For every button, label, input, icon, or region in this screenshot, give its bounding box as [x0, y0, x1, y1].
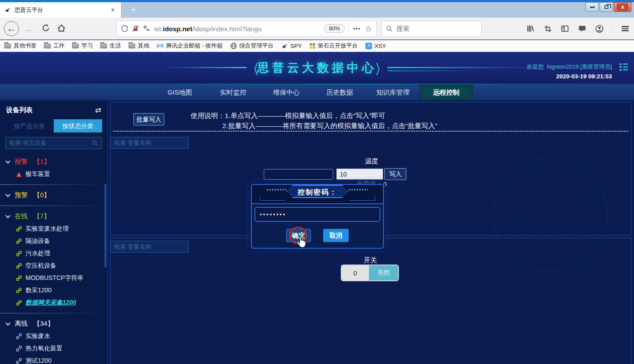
switch-toggle[interactable]: 0 关闭 [342, 265, 398, 280]
broken-link-icon [16, 346, 22, 352]
sidebar-toggle-icon[interactable] [560, 24, 569, 33]
bookmark-item[interactable]: SPY综合管理平台 [230, 42, 274, 50]
bookmark-folder[interactable]: 其他 [129, 42, 149, 50]
switch-state-button[interactable]: 关闭 [369, 265, 398, 280]
title-chevron-right-icon: 〈 [375, 60, 387, 79]
variable-search-input[interactable]: 检索 变量名称 [110, 137, 189, 149]
swap-icon[interactable]: ⇄ [95, 106, 101, 115]
link-icon [16, 287, 22, 294]
tree-item[interactable]: 热力氧化装置 [0, 342, 107, 355]
screenshot-icon[interactable] [543, 24, 552, 33]
library-icon[interactable] [526, 24, 535, 33]
temperature-value-input[interactable] [336, 169, 383, 180]
tracking-shield-icon[interactable] [121, 25, 128, 32]
temperature-label: 温度 [336, 157, 407, 165]
welcome-text: 欢迎您 hignton2019 [系统管理员] [527, 63, 612, 71]
account-icon[interactable] [595, 24, 604, 33]
variable-search-placeholder: 检索 变量名称 [114, 139, 151, 147]
tree-item[interactable]: MODBUSTCP字符串 [0, 272, 107, 284]
batch-write-button[interactable]: 批量写入 [133, 113, 164, 125]
tree-item-selected[interactable]: 数据网关采集1200 [0, 297, 107, 309]
new-tab-button[interactable]: + [127, 4, 140, 16]
sidebar-scrollbar[interactable] [104, 184, 107, 268]
switch-write-panel: 检索 变量名称 开关 0 关闭 [110, 238, 631, 364]
folder-icon [4, 44, 11, 48]
tree-item[interactable]: 空压机设备 [0, 260, 107, 272]
tree-item[interactable]: 测试1200 [0, 355, 107, 364]
home-button[interactable] [57, 24, 66, 33]
url-bar[interactable]: iot.idosp.net/idosp/index.html?langu 80%… [116, 21, 377, 37]
tab-gis-map[interactable]: GIS地图 [153, 85, 206, 100]
tree-group-offline[interactable]: 离线【34】 [0, 317, 107, 330]
tab-close-icon[interactable]: × [109, 7, 117, 14]
cancel-button[interactable]: 取消 [323, 229, 349, 242]
tree-item[interactable]: 隔油设备 [0, 235, 107, 247]
tab-history-data[interactable]: 历史数据 [313, 85, 366, 100]
restore-button[interactable] [600, 2, 613, 12]
tab-maintenance-center[interactable]: 维保中心 [260, 85, 313, 100]
plane-icon [281, 43, 288, 49]
bookmark-folder[interactable]: 工作 [44, 42, 65, 50]
back-button[interactable]: ← [4, 21, 19, 36]
tab-realtime-monitor[interactable]: 实时监控 [206, 85, 260, 100]
search-bar[interactable]: 搜索 [381, 21, 482, 37]
device-sidebar: 设备列表 ⇄ 按产品分类 按状态分类 检索 状态设备 报警【1】 猴车装置 [0, 100, 108, 364]
control-password-dialog: 控制密码： 确定 取消 [251, 184, 384, 249]
permissions-icon[interactable] [143, 25, 150, 32]
sidebar-tab-by-status[interactable]: 按状态分类 [54, 119, 102, 132]
variable-search-input[interactable]: 检索 变量名称 [110, 241, 189, 253]
tree-item[interactable]: 猴车装置 [0, 168, 107, 180]
device-search-input[interactable]: 检索 状态设备 [5, 137, 102, 149]
tree-item[interactable]: 污水处理 [0, 247, 107, 260]
bookmark-item[interactable]: SPY [281, 43, 302, 49]
variable-name-field[interactable] [264, 169, 333, 180]
bookmark-folder[interactable]: 其他书签 [4, 42, 37, 50]
tree-group-warning[interactable]: 预警【0】 [0, 189, 107, 202]
insecure-lock-icon[interactable] [132, 25, 139, 32]
write-button[interactable]: 写入 [384, 168, 406, 180]
dialog-title: 控制密码： [287, 185, 348, 198]
divider [0, 313, 101, 313]
password-input[interactable] [254, 207, 380, 222]
decorative-ticks [267, 189, 286, 191]
sidebar-title: 设备列表 [6, 106, 33, 114]
messages-icon[interactable] [578, 24, 586, 33]
instructions-line1: 使用说明：1.单点写入————模拟量输入值后，点击“写入”即可 [191, 111, 385, 121]
search-icon [92, 140, 98, 146]
search-icon [386, 26, 393, 32]
folder-icon [44, 44, 51, 48]
forward-button[interactable]: → [23, 24, 33, 33]
bookmark-star-icon[interactable]: ☆ [365, 24, 372, 34]
tree-item[interactable]: 实验废水 [0, 330, 107, 342]
tree-item[interactable]: 实验室废水处理 [0, 223, 107, 235]
variable-search-placeholder: 检索 变量名称 [114, 243, 151, 251]
chevron-down-icon [5, 213, 10, 218]
device-search-placeholder: 检索 状态设备 [9, 139, 89, 147]
reload-button[interactable] [42, 24, 50, 33]
tree-group-online[interactable]: 在线【7】 [0, 210, 107, 223]
tree-group-alarm[interactable]: 报警【1】 [0, 155, 107, 168]
tree-item[interactable]: 数采1200 [0, 284, 107, 297]
menu-icon[interactable] [621, 24, 630, 33]
bookmark-item[interactable]: 萤石云开放平台 [310, 42, 358, 50]
quick-menu-icon[interactable] [619, 62, 628, 72]
zoom-level-badge[interactable]: 80% [324, 24, 345, 33]
site-favicon-icon [4, 7, 11, 13]
tab-knowledge-base[interactable]: 知识库管理 [366, 85, 420, 100]
current-datetime: 2020-03-19 09:21:53 [556, 73, 612, 80]
device-tree: 报警【1】 猴车装置 预警【0】 在线【7】 实 [0, 155, 107, 364]
username: hignton2019 [547, 63, 579, 70]
broken-link-icon [16, 358, 22, 364]
bookmark-folder[interactable]: 生活 [100, 42, 121, 50]
url-text: iot.idosp.net/idosp/index.html?langu [154, 25, 262, 33]
browser-tab[interactable]: 思普云平台 × [0, 2, 122, 18]
bookmark-item[interactable]: 腾讯企业邮箱 - 收件箱 [157, 42, 223, 50]
sidebar-tab-by-product[interactable]: 按产品分类 [5, 119, 54, 132]
bookmark-item[interactable]: ↗ XSY [365, 43, 386, 49]
link-icon [16, 275, 22, 281]
tab-remote-control[interactable]: 远程控制 [420, 85, 473, 100]
page-actions-icon[interactable]: ••• [353, 26, 361, 32]
bookmark-folder[interactable]: 学习 [72, 42, 93, 50]
close-button[interactable]: x [614, 2, 631, 12]
minimize-button[interactable] [586, 2, 599, 12]
